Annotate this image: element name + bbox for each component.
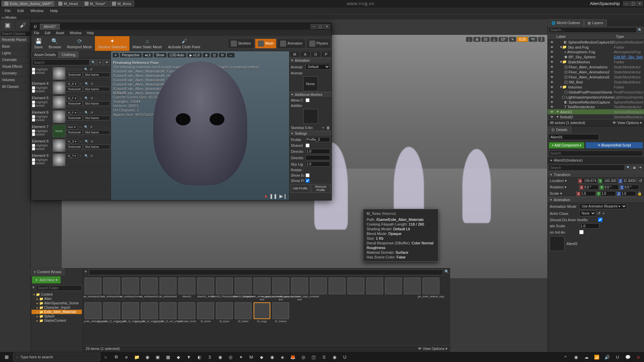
mode-mesh-button[interactable]: Mesh	[255, 39, 276, 49]
make-static-mesh-button[interactable]: ⌂Make Static Mesh	[129, 36, 165, 51]
category-recently-placed[interactable]: Recently Placed	[0, 37, 31, 43]
title-tab-1[interactable]: M_Head	[55, 1, 81, 7]
category-basic[interactable]: Basic	[0, 43, 31, 50]
tab-m[interactable]: M	[289, 51, 300, 57]
window-close-button[interactable]: ✕	[637, 1, 643, 6]
asset-tile[interactable]: Alien01_PhysicsAsset	[216, 278, 233, 301]
modes-place-icon[interactable]: ▣	[0, 19, 15, 31]
add-new-button[interactable]: ＋ Add New ▾	[32, 276, 61, 284]
float-maximize-button[interactable]: ▢	[317, 24, 323, 29]
tab-p[interactable]: P	[321, 51, 331, 57]
isolate-checkbox[interactable]	[32, 147, 35, 150]
clear-array-icon[interactable]: 🗑	[326, 126, 330, 130]
app-icon[interactable]: ◉	[215, 352, 225, 362]
app-icon[interactable]: S	[319, 352, 329, 362]
location-y-input[interactable]	[602, 179, 617, 183]
viewport-pill[interactable]: 10°	[498, 37, 508, 42]
discord-icon[interactable]: ◉	[329, 352, 339, 362]
add-array-icon[interactable]: ＋	[321, 125, 325, 130]
viewport-tool-icon[interactable]: ⊕	[203, 53, 210, 58]
textures-dropdown[interactable]: Textures▾	[66, 72, 83, 77]
viewport-option-button[interactable]: LOD Auto	[167, 53, 186, 58]
scale-z-input[interactable]	[621, 191, 636, 196]
reset-icon[interactable]: ↺	[90, 139, 94, 144]
play-forward-button[interactable]: ▶❙	[279, 193, 287, 199]
viewport-tool-icon[interactable]: ↔	[227, 53, 235, 58]
material-dropdown[interactable]: Non ▾	[66, 125, 77, 129]
visibility-toggle-icon[interactable]: 👁	[548, 60, 555, 64]
outliner-row[interactable]: 👁◫Floor_Alien_Animations2StaticMeshActor	[548, 69, 644, 74]
viewport-pill[interactable]: 10	[481, 37, 490, 42]
float-menu-file[interactable]: File	[31, 31, 42, 36]
viewport-option-button[interactable]: ▶ x1.0	[187, 53, 202, 58]
reimport-mesh-button[interactable]: ⟳Reimport Mesh	[64, 36, 95, 51]
highlight-checkbox[interactable]	[32, 158, 35, 162]
visibility-toggle-icon[interactable]: 👁	[548, 105, 555, 109]
outliner-row[interactable]: 👁✦fireball2SkeletalMeshActor	[548, 114, 644, 119]
material-thumbnail[interactable]	[53, 96, 65, 109]
scale-x-input[interactable]	[581, 191, 595, 196]
save-button[interactable]: 💾Save	[31, 36, 46, 51]
app-icon[interactable]: U	[340, 352, 350, 362]
viewport-pill[interactable]: 2	[538, 37, 545, 42]
browse-icon[interactable]: ←	[79, 110, 84, 115]
tab-a[interactable]: A	[300, 51, 310, 57]
material-thumbnail[interactable]	[53, 110, 65, 123]
location-z-input[interactable]	[623, 179, 637, 183]
viewport-option-button[interactable]: ≡	[112, 53, 119, 58]
window-minimize-button[interactable]: —	[623, 1, 629, 6]
slot-name-input[interactable]: Slot Name	[83, 130, 110, 135]
visibility-toggle-icon[interactable]: 👁	[548, 90, 555, 94]
direction-input-2[interactable]	[306, 155, 330, 160]
folder-tree-item[interactable]: ▸ 📁 Splash	[32, 314, 82, 318]
blender-icon[interactable]: ◉	[267, 352, 277, 362]
viewport-tool-icon[interactable]: ⟳	[219, 53, 226, 58]
search-classes-input[interactable]	[0, 31, 31, 37]
asset-tile[interactable]: M_Arms	[197, 302, 214, 323]
use-icon[interactable]: 🔍	[84, 139, 89, 144]
skylight-input[interactable]	[306, 162, 330, 167]
outliner-row[interactable]: 👁◫Floor_Alien_Animations5StaticMeshActor	[548, 74, 644, 79]
edge-icon[interactable]: e	[121, 352, 131, 362]
asset-tile[interactable]: M_Sclera	[272, 302, 289, 323]
section-transform[interactable]: Transform	[548, 172, 644, 178]
add-profile-button[interactable]: Add Profile	[290, 184, 310, 193]
reset-icon[interactable]: ↺	[90, 110, 94, 115]
asset-tile[interactable]	[366, 278, 383, 301]
tab-world-outliner[interactable]: 🌐 World Outliner	[548, 19, 584, 26]
outliner-row[interactable]: 👁◫SM_BedStaticMeshActor	[548, 79, 644, 84]
notifications-icon[interactable]: 💬	[623, 352, 633, 362]
search-icon[interactable]: 🔍	[90, 59, 96, 65]
tab-clothing[interactable]: Clothing	[59, 51, 78, 58]
asset-tile[interactable]	[347, 278, 365, 301]
title-tab-3[interactable]: M_Arms	[109, 1, 134, 7]
browse-icon[interactable]: ←	[78, 154, 83, 158]
app-icon[interactable]: 3	[205, 352, 215, 362]
browse-icon[interactable]: ←	[79, 139, 84, 144]
folder-tree-item[interactable]: ▸ 📁 AlienSpaceship_Scene	[32, 301, 82, 305]
asset-tile[interactable]: M_Legs	[253, 302, 271, 323]
viewport-pill[interactable]: 📷	[529, 37, 537, 42]
highlight-checkbox[interactable]	[32, 115, 35, 118]
tray-icon[interactable]: 📶	[592, 352, 602, 362]
asset-tile[interactable]: ak_ed4eyes04a	[103, 278, 120, 301]
folder-tree-item[interactable]: ▸ 📁 Character_Import	[32, 305, 82, 310]
component-list-item[interactable]: ✦ Alien01(Instance)	[548, 157, 644, 164]
browse-icon[interactable]: ←	[78, 67, 83, 72]
mode-animation-button[interactable]: Animation	[277, 39, 305, 49]
search-folders-input[interactable]	[36, 285, 82, 291]
section-additional-meshes[interactable]: Additional Meshes	[289, 92, 331, 98]
textures-dropdown[interactable]: Textures▾	[66, 116, 83, 120]
rotation-y-input[interactable]	[604, 185, 619, 189]
asset-tile[interactable]	[310, 278, 327, 301]
folder-tree-item[interactable]: ▸ 📁 Alien	[32, 297, 82, 301]
eye-icon[interactable]: 👁	[104, 59, 110, 65]
firefox-icon[interactable]: 🦊	[288, 352, 298, 362]
reset-icon[interactable]: ↺	[89, 125, 94, 129]
browse-icon[interactable]: ←	[78, 125, 83, 129]
task-view-icon[interactable]: ⧉	[111, 352, 121, 362]
highlight-checkbox[interactable]	[32, 144, 35, 147]
float-menu-edit[interactable]: Edit	[42, 31, 53, 36]
section-selection-button[interactable]: ✦Section Selection	[95, 36, 129, 51]
use-icon[interactable]: 🔍	[84, 110, 89, 115]
